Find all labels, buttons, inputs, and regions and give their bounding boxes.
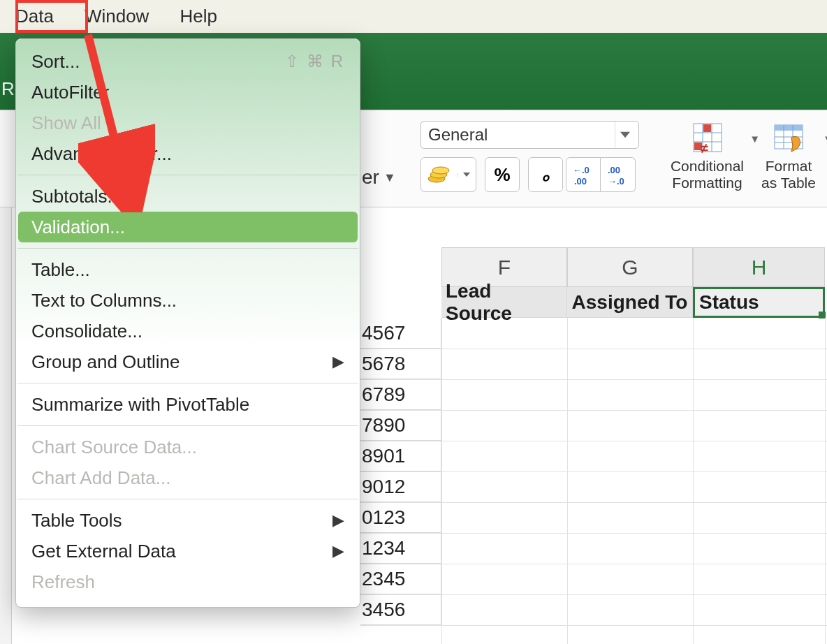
format-as-table-label-2: as Table <box>756 175 821 191</box>
partial-phone-cell[interactable]: 6789 <box>360 379 441 410</box>
svg-rect-16 <box>775 125 803 131</box>
column-header-h[interactable]: H <box>693 247 825 287</box>
coins-icon <box>427 165 451 184</box>
number-format-combo[interactable]: General <box>420 121 639 149</box>
combo-caret-icon <box>615 122 634 148</box>
menu-item-table[interactable]: Table... <box>16 254 360 285</box>
menu-item-show-all: Show All <box>16 108 360 138</box>
menu-data[interactable]: Data <box>15 6 54 27</box>
partial-phone-cell[interactable]: 8901 <box>360 441 441 471</box>
menu-window[interactable]: Window <box>85 6 149 27</box>
partial-phone-cell[interactable]: 7890 <box>360 410 441 441</box>
menu-item-validation[interactable]: Validation... <box>18 212 358 242</box>
svg-text:←.0: ←.0 <box>573 165 590 175</box>
menu-item-group-outline[interactable]: Group and Outline ▶ <box>16 346 360 377</box>
menu-item-table-tools-label: Table Tools <box>31 510 122 532</box>
percent-button[interactable]: % <box>485 157 520 192</box>
menu-item-pivottable[interactable]: Summarize with PivotTable <box>16 389 360 420</box>
partial-phone-cell[interactable]: 0123 <box>360 502 441 533</box>
partial-phone-cell[interactable]: 9012 <box>360 471 441 502</box>
menu-item-text-to-columns-label: Text to Columns... <box>31 290 177 312</box>
row-header-gutter <box>0 207 12 644</box>
increase-decimal-button[interactable]: ←.0 .00 <box>566 157 601 192</box>
format-as-table-label-1: Format <box>756 158 821 175</box>
menu-item-consolidate-label: Consolidate... <box>31 321 142 342</box>
conditional-formatting-label-1: Conditional <box>667 158 747 175</box>
table-header-status-label: Status <box>699 291 759 314</box>
menu-separator <box>17 175 358 175</box>
menu-item-get-external-data[interactable]: Get External Data ▶ <box>16 536 360 566</box>
submenu-arrow-icon: ▶ <box>332 353 344 371</box>
menu-item-chart-add-data: Chart Add Data... <box>16 462 360 493</box>
table-header-status-selected-cell[interactable]: Status <box>693 287 825 318</box>
svg-text:→.0: →.0 <box>608 176 624 186</box>
currency-dropdown-caret[interactable] <box>457 173 476 177</box>
menu-separator <box>17 383 358 383</box>
partial-phone-cell[interactable]: 5678 <box>360 349 441 379</box>
format-as-table-icon <box>772 121 805 154</box>
menu-item-consolidate[interactable]: Consolidate... <box>16 316 360 346</box>
menu-item-refresh-label: Refresh <box>31 571 95 593</box>
menu-item-get-external-data-label: Get External Data <box>31 541 176 562</box>
partial-phone-cell[interactable]: 2345 <box>360 564 441 594</box>
menu-item-subtotals[interactable]: Subtotals... <box>16 181 360 212</box>
column-header-f-label: F <box>498 256 511 279</box>
menu-item-table-label: Table... <box>31 259 90 281</box>
toolbar-partial-er[interactable]: er ▼ <box>362 166 396 189</box>
menu-item-pivottable-label: Summarize with PivotTable <box>31 394 249 416</box>
menu-separator <box>17 248 358 249</box>
conditional-formatting-icon: ≠ <box>691 121 724 154</box>
table-header-lead-source-label: Lead Source <box>446 280 562 325</box>
menu-item-refresh: Refresh <box>16 566 360 597</box>
column-header-h-label: H <box>752 256 767 279</box>
caret-down-icon: ▼ <box>823 133 827 145</box>
svg-text:≠: ≠ <box>701 140 708 154</box>
data-menu-dropdown: Sort... ⇧ ⌘ R AutoFilter Show All Advanc… <box>15 38 360 608</box>
menu-item-group-outline-label: Group and Outline <box>31 351 180 373</box>
decrease-decimal-icon: .00 →.0 <box>606 163 630 186</box>
menu-item-chart-source-data: Chart Source Data... <box>16 432 360 462</box>
number-format-value: General <box>428 125 488 145</box>
dropdown-caret-icon: ▼ <box>383 170 396 185</box>
menu-item-chart-add-data-label: Chart Add Data... <box>31 467 170 489</box>
menu-item-subtotals-label: Subtotals... <box>31 186 122 207</box>
partial-phone-cell[interactable]: 4567 <box>360 318 441 349</box>
caret-down-icon <box>463 173 470 177</box>
menu-item-sort-shortcut: ⇧ ⌘ R <box>285 52 344 71</box>
increase-decimal-icon: ←.0 .00 <box>571 163 595 186</box>
partial-phone-cell[interactable]: 1234 <box>360 533 441 564</box>
menu-item-table-tools[interactable]: Table Tools ▶ <box>16 505 360 536</box>
percent-icon: % <box>494 164 510 186</box>
menu-item-sort-label: Sort... <box>31 51 80 73</box>
menu-item-show-all-label: Show All <box>31 112 101 134</box>
menu-item-autofilter-label: AutoFilter <box>31 82 109 103</box>
gridline <box>360 625 827 626</box>
menu-item-advanced-filter-label: Advanced Filter... <box>31 143 172 165</box>
menu-item-validation-label: Validation... <box>31 217 125 238</box>
column-header-g-label: G <box>622 256 638 279</box>
menu-item-sort[interactable]: Sort... ⇧ ⌘ R <box>16 46 360 77</box>
menu-separator <box>17 499 358 499</box>
svg-text:.00: .00 <box>574 176 587 186</box>
format-as-table-button[interactable]: ▼ Format as Table <box>756 117 821 191</box>
svg-point-2 <box>432 167 449 174</box>
table-header-lead-source[interactable]: Lead Source <box>441 287 567 318</box>
conditional-formatting-label-2: Formatting <box>667 175 747 191</box>
toolbar-partial-er-text: er <box>362 166 379 189</box>
decrease-decimal-button[interactable]: .00 →.0 <box>601 157 636 192</box>
comma-icon: ₒ <box>542 164 550 186</box>
menu-item-advanced-filter[interactable]: Advanced Filter... <box>16 138 360 169</box>
menu-item-chart-source-data-label: Chart Source Data... <box>31 437 197 458</box>
submenu-arrow-icon: ▶ <box>332 542 344 560</box>
submenu-arrow-icon: ▶ <box>332 511 344 529</box>
menu-help[interactable]: Help <box>180 6 217 27</box>
column-header-g[interactable]: G <box>567 247 693 287</box>
partial-phone-cell[interactable]: 3456 <box>360 594 441 625</box>
menu-item-autofilter[interactable]: AutoFilter <box>16 77 360 108</box>
menu-item-text-to-columns[interactable]: Text to Columns... <box>16 285 360 316</box>
table-header-assigned-to-label: Assigned To <box>572 291 688 314</box>
conditional-formatting-button[interactable]: ≠ ▼ Conditional Formatting <box>667 117 747 191</box>
table-header-assigned-to[interactable]: Assigned To <box>567 287 693 318</box>
comma-style-button[interactable]: ₒ <box>528 157 563 192</box>
currency-button[interactable] <box>420 157 476 192</box>
